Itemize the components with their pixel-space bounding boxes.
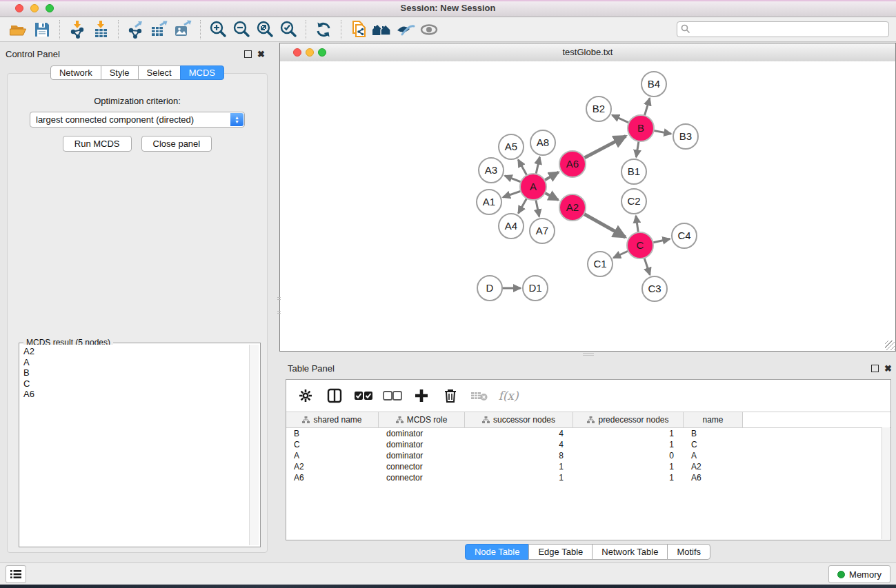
table-row[interactable]: A2connector11A2 (286, 461, 890, 472)
tab-node-table[interactable]: Node Table (465, 544, 530, 560)
memory-button[interactable]: Memory (828, 565, 890, 583)
window-resize-grip[interactable] (885, 341, 895, 350)
zoom-in-button[interactable] (206, 19, 230, 40)
network-canvas[interactable]: B4B2BB3B1A5A8A6A3AA1A2C2A4A7C4CC1C3DD1 (280, 61, 895, 351)
result-item[interactable]: A2 (23, 346, 249, 357)
graph-node-C1[interactable]: C1 (588, 252, 613, 276)
table-scrollbar[interactable] (882, 427, 890, 539)
column-header-successor-nodes[interactable]: successor nodes (465, 412, 573, 427)
graph-node-C4[interactable]: C4 (672, 223, 697, 248)
column-header-MCDS-role[interactable]: MCDS role (379, 412, 465, 427)
table-cell[interactable]: 1 (573, 473, 684, 483)
column-header-predecessor-nodes[interactable]: predecessor nodes (573, 412, 684, 427)
graph-node-A2[interactable]: A2 (559, 194, 586, 221)
delete-table-button[interactable] (468, 385, 490, 407)
function-builder-button[interactable]: f(x) (497, 385, 519, 407)
delete-column-button[interactable] (439, 385, 461, 407)
graph-node-B2[interactable]: B2 (586, 97, 611, 121)
network-window-titlebar[interactable]: testGlobe.txt (280, 43, 895, 62)
graph-node-C3[interactable]: C3 (642, 276, 667, 301)
graph-node-A6[interactable]: A6 (559, 151, 586, 177)
result-scrollbar[interactable] (249, 345, 259, 545)
graph-node-A4[interactable]: A4 (499, 214, 524, 239)
table-row[interactable]: A6connector11A6 (286, 472, 890, 483)
add-column-button[interactable] (410, 385, 432, 407)
export-network-button[interactable] (124, 19, 148, 40)
horizontal-splitter-grip[interactable] (583, 353, 594, 359)
table-cell[interactable]: 4 (465, 429, 573, 438)
graph-node-B4[interactable]: B4 (641, 72, 666, 97)
graph-node-A[interactable]: A (520, 174, 546, 200)
table-cell[interactable]: B (286, 429, 379, 438)
open-session-button[interactable] (7, 19, 30, 40)
table-cell[interactable]: A (684, 451, 743, 460)
vertical-splitter-grip[interactable] (277, 297, 281, 314)
close-panel-icon[interactable]: ✖ (257, 51, 265, 57)
tab-network-table[interactable]: Network Table (592, 544, 668, 560)
run-mcds-button[interactable]: Run MCDS (63, 136, 132, 152)
select-all-columns-button[interactable] (352, 385, 375, 407)
mcds-result-list[interactable]: A2ABCA6 (21, 345, 249, 545)
table-cell[interactable]: A (286, 451, 379, 460)
table-cell[interactable]: 1 (465, 462, 573, 472)
task-history-button[interactable] (6, 565, 26, 583)
close-table-panel-icon[interactable]: ✖ (884, 365, 892, 372)
graph-node-D1[interactable]: D1 (523, 276, 548, 301)
graphics-details-button[interactable] (394, 19, 417, 40)
table-row[interactable]: Adominator80A (286, 450, 890, 461)
table-cell[interactable]: 1 (465, 473, 573, 483)
result-item[interactable]: A6 (23, 389, 249, 400)
tab-style[interactable]: Style (101, 65, 139, 80)
zoom-fit-button[interactable] (253, 19, 277, 40)
export-table-button[interactable] (148, 19, 171, 40)
table-cell[interactable]: dominator (379, 440, 465, 449)
graph-node-A5[interactable]: A5 (499, 134, 524, 159)
save-session-button[interactable] (30, 19, 54, 40)
table-cell[interactable]: 0 (573, 451, 684, 460)
table-cell[interactable]: B (684, 429, 743, 438)
result-item[interactable]: B (23, 367, 249, 378)
graph-node-C[interactable]: C (627, 232, 653, 258)
result-item[interactable]: A (23, 357, 249, 368)
table-cell[interactable]: A6 (286, 473, 379, 483)
import-table-button[interactable] (89, 19, 112, 40)
table-cell[interactable]: A2 (684, 462, 743, 472)
table-cell[interactable]: A6 (684, 473, 743, 483)
search-input[interactable] (677, 21, 889, 37)
float-table-panel-icon[interactable] (871, 365, 879, 372)
graph-node-B1[interactable]: B1 (621, 159, 646, 184)
network-graph[interactable]: B4B2BB3B1A5A8A6A3AA1A2C2A4A7C4CC1C3DD1 (280, 61, 895, 351)
table-cell[interactable]: 4 (465, 440, 573, 449)
export-image-button[interactable] (171, 19, 195, 40)
zoom-selected-button[interactable] (277, 19, 300, 40)
close-panel-button[interactable]: Close panel (141, 136, 212, 152)
column-header-name[interactable]: name (684, 412, 743, 427)
deselect-all-columns-button[interactable] (381, 385, 404, 407)
tab-network[interactable]: Network (50, 65, 101, 80)
table-cell[interactable]: connector (379, 462, 465, 472)
zoom-out-button[interactable] (230, 19, 253, 40)
table-row[interactable]: Bdominator41B (286, 428, 890, 439)
graph-node-B3[interactable]: B3 (673, 124, 698, 149)
table-cell[interactable]: 1 (573, 429, 684, 438)
float-panel-icon[interactable] (244, 50, 252, 58)
criterion-select[interactable]: largest connected component (directed) ▲… (30, 112, 245, 128)
tab-select[interactable]: Select (138, 65, 181, 80)
graph-node-A1[interactable]: A1 (477, 190, 501, 214)
graph-node-D[interactable]: D (477, 276, 502, 301)
table-cell[interactable]: A2 (286, 462, 379, 472)
graph-node-C2[interactable]: C2 (621, 189, 646, 214)
table-cell[interactable]: 8 (465, 451, 573, 460)
graph-node-A8[interactable]: A8 (530, 130, 555, 155)
table-row[interactable]: Cdominator41C (286, 439, 890, 450)
table-cell[interactable]: C (684, 440, 743, 449)
import-network-button[interactable] (66, 19, 89, 40)
column-header-shared-name[interactable]: shared name (286, 412, 379, 427)
split-panel-button[interactable] (323, 385, 346, 407)
table-cell[interactable]: 1 (573, 462, 684, 472)
birds-eye-button[interactable] (417, 19, 441, 40)
graph-node-A7[interactable]: A7 (530, 219, 555, 243)
table-cell[interactable]: dominator (379, 451, 465, 460)
networks-overview-button[interactable] (370, 19, 394, 40)
table-cell[interactable]: 1 (573, 440, 684, 449)
